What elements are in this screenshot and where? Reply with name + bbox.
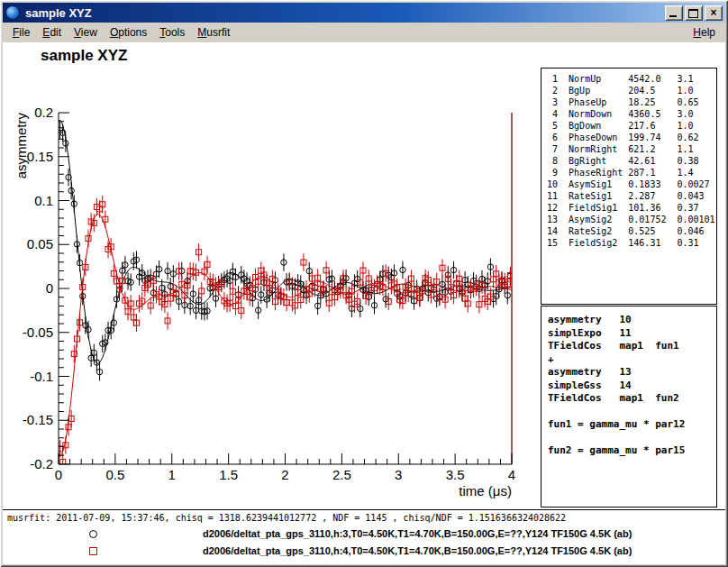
parameter-table: 1 NormUp 4542.0 3.1 2 BgUp 204.5 1.0 3 P… xyxy=(541,68,717,305)
menu-item-tools[interactable]: Tools xyxy=(153,23,191,41)
close-icon: × xyxy=(710,7,716,19)
menubar-right: Help xyxy=(687,23,722,41)
svg-text:-0.2: -0.2 xyxy=(30,456,53,471)
app-window: sample XYZ × FileEditViewOptionsToolsMus… xyxy=(0,0,728,567)
app-icon xyxy=(5,5,20,20)
root-canvas[interactable]: sample XYZ 00.511.522.533.54-0.2-0.15-0.… xyxy=(3,42,725,564)
footer-separator xyxy=(3,509,725,510)
titlebar[interactable]: sample XYZ × xyxy=(3,3,725,23)
menu-item-edit[interactable]: Edit xyxy=(36,23,68,41)
menu-item-help[interactable]: Help xyxy=(687,23,722,41)
svg-text:-0.15: -0.15 xyxy=(23,412,53,427)
svg-text:3.5: 3.5 xyxy=(446,467,465,482)
svg-text:0.2: 0.2 xyxy=(34,105,53,120)
plot-title: sample XYZ xyxy=(41,47,127,65)
theory-box: asymmetry 10 simplExpo 11 TFieldCos map1… xyxy=(541,306,717,508)
maximize-icon xyxy=(688,9,698,18)
svg-text:0: 0 xyxy=(46,280,53,296)
svg-text:0.15: 0.15 xyxy=(27,149,53,164)
svg-text:-0.05: -0.05 xyxy=(23,325,53,340)
y-axis-title: asymmetry xyxy=(14,113,29,179)
menu-item-view[interactable]: View xyxy=(68,23,104,41)
legend-label: d2006/deltat_pta_gps_3110,h:4,T0=4.50K,T… xyxy=(203,545,632,556)
svg-text:1: 1 xyxy=(168,467,176,482)
legend-row: d2006/deltat_pta_gps_3110,h:4,T0=4.50K,T… xyxy=(3,543,725,560)
window-title: sample XYZ xyxy=(25,6,663,20)
legend-row: d2006/deltat_pta_gps_3110,h:3,T0=4.50K,T… xyxy=(3,526,725,543)
svg-text:2.5: 2.5 xyxy=(332,467,351,482)
x-axis-title: time (μs) xyxy=(459,483,512,498)
svg-text:0.05: 0.05 xyxy=(27,236,53,251)
plot-legend: d2006/deltat_pta_gps_3110,h:3,T0=4.50K,T… xyxy=(3,526,725,560)
legend-circle-marker-icon xyxy=(89,530,97,538)
svg-text:3: 3 xyxy=(395,467,402,482)
maximize-button[interactable] xyxy=(685,5,703,21)
menubar: FileEditViewOptionsToolsMusrfit Help xyxy=(3,23,725,42)
menu-item-options[interactable]: Options xyxy=(104,23,153,41)
legend-square-marker-icon xyxy=(89,547,97,555)
svg-text:0.5: 0.5 xyxy=(105,467,124,482)
svg-text:-0.1: -0.1 xyxy=(30,369,53,384)
svg-text:0.1: 0.1 xyxy=(34,193,53,208)
legend-label: d2006/deltat_pta_gps_3110,h:3,T0=4.50K,T… xyxy=(203,528,632,539)
plot-canvas[interactable]: 00.511.522.533.54-0.2-0.15-0.1-0.0500.05… xyxy=(6,69,540,508)
menubar-left: FileEditViewOptionsToolsMusrfit xyxy=(6,23,236,41)
menu-item-musrfit[interactable]: Musrfit xyxy=(191,23,236,41)
svg-text:2: 2 xyxy=(281,467,288,482)
svg-text:4: 4 xyxy=(508,467,515,482)
svg-text:0: 0 xyxy=(55,467,62,482)
close-button[interactable]: × xyxy=(705,5,723,21)
menu-item-file[interactable]: File xyxy=(6,23,36,41)
fit-status-line: musrfit: 2011-07-09, 15:37:46, chisq = 1… xyxy=(7,512,566,524)
minimize-button[interactable] xyxy=(665,5,683,21)
svg-text:1.5: 1.5 xyxy=(219,467,238,482)
minimize-icon xyxy=(669,15,677,17)
